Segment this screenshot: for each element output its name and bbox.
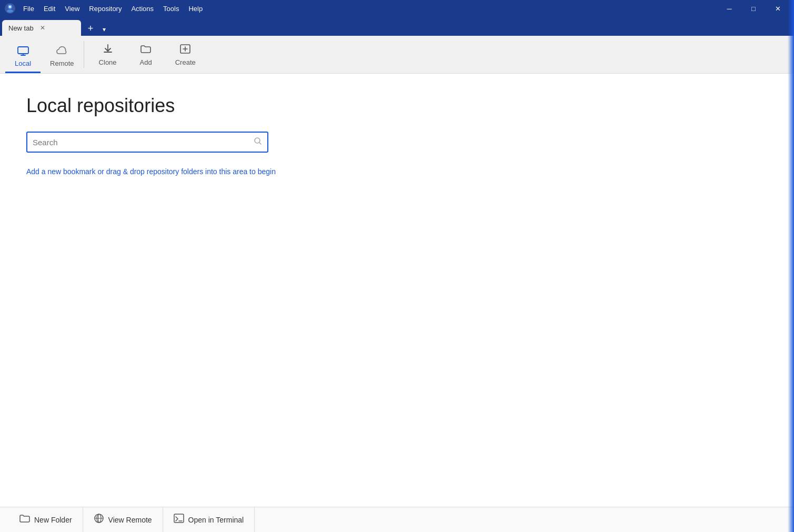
view-remote-label: View Remote (108, 516, 152, 524)
menu-actions[interactable]: Actions (127, 3, 158, 14)
open-terminal-button[interactable]: Open in Terminal (163, 507, 255, 532)
new-folder-button[interactable]: New Folder (8, 507, 83, 532)
close-button[interactable]: ✕ (766, 0, 790, 17)
tab-label: New tab (8, 24, 34, 32)
view-remote-button[interactable]: View Remote (83, 507, 163, 532)
window-controls: ─ □ ✕ (717, 0, 790, 17)
local-tab-label: Local (15, 59, 31, 67)
remote-tab-label: Remote (50, 59, 74, 67)
create-button[interactable]: Create (166, 39, 205, 71)
svg-point-3 (7, 9, 13, 13)
empty-hint[interactable]: Add a new bookmark or drag & drop reposi… (26, 167, 768, 176)
open-terminal-label: Open in Terminal (188, 516, 244, 524)
new-tab-button[interactable]: + (83, 21, 98, 36)
tab-local[interactable]: Local (5, 42, 41, 73)
plus-circle-icon (179, 43, 191, 56)
toolbar: Local Remote Clone (0, 36, 794, 74)
svg-rect-4 (18, 47, 28, 54)
search-input[interactable] (33, 138, 254, 147)
globe-icon (94, 513, 104, 526)
cloud-icon (56, 46, 68, 57)
terminal-icon (174, 514, 184, 526)
clone-label: Clone (99, 58, 117, 66)
menu-file[interactable]: File (19, 3, 38, 14)
menu-bar: File Edit View Repository Actions Tools … (19, 3, 207, 14)
tab-new[interactable]: New tab ✕ (2, 20, 81, 36)
toolbar-tabs: Local Remote (0, 36, 84, 73)
download-icon (102, 43, 114, 56)
search-icon (254, 137, 262, 147)
create-label: Create (175, 58, 196, 66)
new-folder-label: New Folder (34, 516, 72, 524)
clone-button[interactable]: Clone (89, 39, 126, 71)
menu-edit[interactable]: Edit (39, 3, 59, 14)
folder-add-icon (140, 43, 152, 56)
add-button[interactable]: Add (130, 39, 162, 71)
tab-close-button[interactable]: ✕ (38, 23, 47, 33)
toolbar-actions: Clone Add Create (84, 36, 210, 73)
add-label: Add (140, 58, 152, 66)
titlebar-left: File Edit View Repository Actions Tools … (4, 3, 207, 14)
page-title: Local repositories (26, 95, 768, 117)
tab-bar: New tab ✕ + ▾ (0, 17, 794, 36)
menu-help[interactable]: Help (184, 3, 207, 14)
tab-dropdown-button[interactable]: ▾ (98, 23, 110, 36)
tab-remote[interactable]: Remote (41, 42, 84, 73)
menu-tools[interactable]: Tools (159, 3, 183, 14)
new-folder-icon (19, 514, 30, 526)
app-logo-icon (4, 3, 16, 14)
menu-view[interactable]: View (61, 3, 84, 14)
statusbar: New Folder View Remote Open in Terminal (0, 507, 794, 532)
svg-point-2 (9, 6, 11, 8)
menu-repository[interactable]: Repository (85, 3, 126, 14)
titlebar: File Edit View Repository Actions Tools … (0, 0, 794, 17)
minimize-button[interactable]: ─ (717, 0, 741, 17)
main-content: Local repositories Add a new bookmark or… (0, 74, 794, 507)
search-box[interactable] (26, 132, 268, 153)
monitor-icon (17, 46, 29, 57)
maximize-button[interactable]: □ (741, 0, 766, 17)
